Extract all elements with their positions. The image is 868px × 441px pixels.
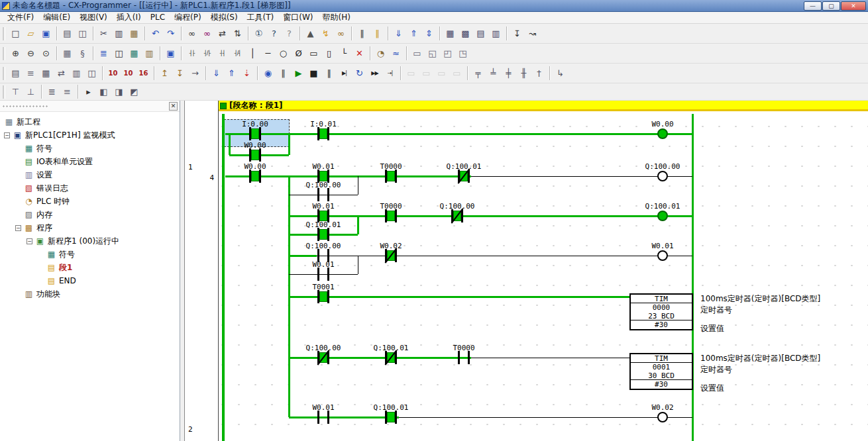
tree-item-program-folder[interactable]: −▩程序 (0, 221, 180, 234)
contact-I:0.01[interactable] (316, 127, 331, 140)
delete-row-icon[interactable]: ⊥ (23, 84, 38, 99)
cut-icon[interactable]: ✂ (96, 26, 111, 41)
step-to-end-icon[interactable]: →| (382, 66, 398, 81)
horizontal-line-icon[interactable]: ─ (260, 46, 276, 61)
zoom-in-icon[interactable]: ⊕ (8, 46, 23, 61)
contact-T0000[interactable] (457, 351, 471, 364)
redo-icon[interactable]: ↷ (163, 26, 178, 41)
tree-item-function-blocks[interactable]: ▥功能块 (0, 287, 180, 301)
minimize-button[interactable]: — (804, 1, 822, 11)
contact-W0.01[interactable] (316, 268, 331, 281)
tim-instruction-block[interactable]: TIM000130 BCD#30 (629, 353, 693, 390)
tree-item-error-log[interactable]: ▧错误日志 (0, 181, 180, 195)
coil-Q:100.01[interactable] (657, 211, 668, 221)
context-help-icon[interactable]: ? (282, 26, 297, 41)
tree-expander-icon[interactable]: − (27, 238, 32, 244)
vertical-line-icon[interactable]: │ (245, 46, 260, 61)
online-edit-cancel-icon[interactable]: ◨ (111, 84, 127, 99)
menu-item-3[interactable]: 视图(V) (75, 12, 112, 23)
show-rung-annotation-icon[interactable]: ▭ (409, 46, 425, 61)
section-list-icon[interactable]: ≣ (96, 46, 111, 61)
contact-Q:100.01[interactable] (384, 351, 398, 364)
online-work-icon[interactable]: ↯ (318, 26, 333, 41)
replace-icon[interactable]: ⇄ (215, 26, 230, 41)
view-mnemonic-icon[interactable]: ≡ (23, 66, 38, 81)
program-mode-icon[interactable]: ▤ (473, 26, 488, 41)
data-trace-icon[interactable]: ≈ (388, 46, 404, 61)
step-run-icon[interactable]: ▶| (337, 66, 352, 81)
select-tool-icon[interactable]: ▸ (81, 84, 96, 99)
contact-Q:100.00[interactable] (316, 188, 331, 201)
trace-window-icon[interactable]: ↝ (525, 26, 540, 41)
differential-monitor-icon[interactable]: † (531, 66, 547, 81)
tree-item-settings[interactable]: ▥设置 (0, 168, 180, 181)
menu-item-6[interactable]: 编程(P) (170, 12, 206, 23)
contact-T0000[interactable] (384, 209, 398, 222)
run-icon[interactable]: ▶ (291, 66, 306, 81)
pause-icon[interactable]: ∥ (321, 66, 337, 81)
zoom-fit-icon[interactable]: ⊙ (38, 46, 54, 61)
maximize-button[interactable]: ▢ (822, 1, 840, 11)
compile-icon[interactable]: ▲ (303, 26, 318, 41)
new-or-contact-icon[interactable]: ┤┤ (215, 46, 230, 61)
show-comments-icon[interactable]: § (75, 46, 90, 61)
menu-item-8[interactable]: 工具(T) (243, 12, 279, 23)
menu-item-7[interactable]: 模拟(S) (206, 12, 243, 23)
ladder-editor[interactable]: [段名称 : 段1] I:0.00W0.00I:0.01W0.00W0.01T0… (219, 101, 868, 441)
tree-item-plc-clock[interactable]: ◔PLC 时钟 (0, 195, 180, 208)
tree-item-program-1[interactable]: −▣新程序1 (00)运行中 (0, 234, 180, 248)
contact-W0.00[interactable] (248, 170, 262, 183)
delete-line-icon[interactable]: ✕ (352, 46, 367, 61)
view-cross-reference-icon[interactable]: ⇄ (54, 66, 69, 81)
continuous-step-run-icon[interactable]: ↻ (352, 66, 367, 81)
next-reference-icon[interactable]: ↧ (172, 66, 188, 81)
contact-Q:100.00[interactable] (450, 209, 464, 222)
contact-T0001[interactable] (316, 290, 331, 303)
online-edit-send-icon[interactable]: ◧ (96, 84, 111, 99)
coil-W0.02[interactable] (657, 412, 668, 422)
grid-toggle-icon[interactable]: ▦ (60, 46, 75, 61)
copy-icon[interactable]: ▥ (111, 26, 127, 41)
partial-transfer-icon[interactable]: ⇣ (239, 66, 254, 81)
contact-Q:100.01[interactable] (384, 411, 398, 424)
coil-W0.00[interactable] (657, 128, 668, 139)
new-instruction-icon[interactable]: ▭ (306, 46, 321, 61)
zoom-level-10b-icon[interactable]: 10 (121, 66, 136, 81)
scan-run-icon[interactable]: ▶▶ (367, 66, 382, 81)
pause-monitor-icon[interactable]: ‖ (354, 26, 370, 41)
debug-tool-2-icon[interactable]: ▭ (419, 66, 434, 81)
window-tile-v-icon[interactable]: ◳ (455, 46, 470, 61)
toolbar-grip[interactable] (3, 47, 5, 60)
transfer-from-plc-icon[interactable]: ⇑ (224, 66, 239, 81)
jump-back-icon[interactable]: ↳ (553, 66, 568, 81)
force-off-icon[interactable]: ╧ (486, 66, 501, 81)
tree-item-memory[interactable]: ▨内存 (0, 208, 180, 221)
debug-tool-1-icon[interactable]: ▭ (404, 66, 419, 81)
watch-window-icon[interactable]: ↧ (510, 26, 525, 41)
find-replace-icon[interactable]: ∞ (199, 26, 215, 41)
tim-instruction-block[interactable]: TIM000023 BCD#30 (629, 293, 693, 330)
zoom-level-16-icon[interactable]: 16 (136, 66, 151, 81)
debug-tool-3-icon[interactable]: ▭ (434, 66, 449, 81)
go-to-rung-icon[interactable]: → (188, 66, 203, 81)
online-edit-go-icon[interactable]: ◩ (127, 84, 142, 99)
about-icon[interactable]: ① (251, 26, 266, 41)
open-file-icon[interactable]: ▱ (23, 26, 38, 41)
new-contact-icon[interactable]: ┤├ (184, 46, 199, 61)
toolbar-grip[interactable] (3, 67, 5, 80)
window-cascade-icon[interactable]: ◱ (425, 46, 440, 61)
contact-I:0.00[interactable] (248, 127, 262, 140)
rung-comment-list-icon[interactable]: ≣ (44, 84, 60, 99)
tree-expander-icon[interactable]: − (15, 225, 21, 231)
cross-reference-icon[interactable]: ⇅ (230, 26, 245, 41)
tree-item-symbols[interactable]: ▦符号 (0, 142, 180, 155)
address-reference-tool-icon[interactable]: ▥ (142, 46, 157, 61)
coil-Q:100.00[interactable] (657, 171, 668, 181)
panel-drag-handle[interactable] (2, 105, 48, 108)
find-online-icon[interactable]: ∞ (333, 26, 349, 41)
tree-item-program-symbols[interactable]: ▦符号 (0, 248, 180, 261)
menu-item-9[interactable]: 窗口(W) (278, 12, 317, 23)
download-to-plc-icon[interactable]: ⇓ (391, 26, 406, 41)
monitor-icon[interactable]: ◉ (260, 66, 276, 81)
run-mode-icon[interactable]: ▥ (488, 26, 504, 41)
